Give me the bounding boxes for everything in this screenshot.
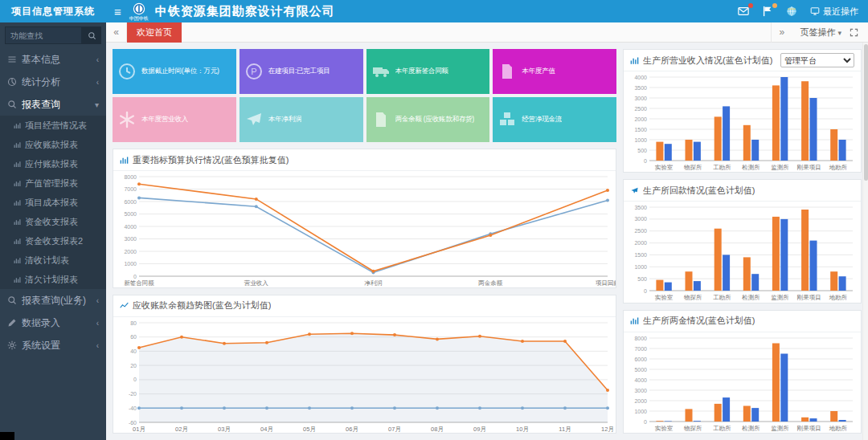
svg-text:4000: 4000 — [634, 377, 647, 382]
svg-text:检测所: 检测所 — [741, 294, 760, 301]
sidebar-subitem-1[interactable]: 应收账款报表 — [0, 135, 106, 154]
sidebar-subitem-8[interactable]: 清欠计划报表 — [0, 270, 106, 289]
svg-text:工勘所: 工勘所 — [713, 164, 731, 171]
sidebar-section-2[interactable]: 报表查询▾ — [0, 93, 106, 116]
tab-operations-dropdown[interactable]: 页签操作 ▾ — [800, 26, 841, 39]
scrollbar-thumb[interactable] — [864, 44, 868, 181]
sidebar: 项目信息管理系统 基本信息‹统计分析‹报表查询▾项目经营情况表应收账款报表应付账… — [0, 0, 106, 440]
stats-icon — [7, 77, 17, 87]
chevron-left-icon: ‹ — [96, 55, 99, 64]
bar-chart-icon — [630, 56, 639, 65]
recent-operations-button[interactable]: 最近操作 — [810, 6, 858, 18]
sidebar-section-3[interactable]: 报表查询(业务)‹ — [0, 289, 106, 312]
svg-text:两金余额: 两金余额 — [477, 279, 503, 287]
svg-text:物探所: 物探所 — [684, 294, 702, 301]
svg-text:1000: 1000 — [634, 408, 647, 414]
fullscreen-icon[interactable] — [850, 28, 858, 37]
stat-card-1[interactable]: P在建项目:已完工项目 — [240, 49, 363, 94]
dashboard-left-column: 数据截止时间(单位：万元)P在建项目:已完工项目本年度新签合同额本年度产值本年度… — [113, 49, 616, 434]
sidebar-subitem-7[interactable]: 清收计划表 — [0, 251, 106, 270]
sidebar-section-label: 统计分析 — [22, 75, 60, 89]
sidebar-subitem-label: 产值管理报表 — [25, 177, 78, 189]
svg-text:检测所: 检测所 — [741, 164, 760, 171]
sidebar-section-4[interactable]: 数据录入‹ — [0, 312, 106, 334]
mail-icon[interactable] — [738, 6, 749, 17]
svg-text:0: 0 — [644, 158, 647, 164]
stat-card-2[interactable]: 本年度新签合同额 — [366, 49, 490, 94]
bar-chart-icon — [630, 316, 639, 325]
svg-text:40: 40 — [130, 348, 137, 353]
stat-card-3[interactable]: 本年度产值 — [493, 49, 616, 94]
sidebar-subitem-label: 应收账款报表 — [25, 139, 78, 151]
stat-card-7[interactable]: 经营净现金流 — [493, 97, 616, 142]
sidebar-bottom-corner — [0, 432, 14, 440]
sidebar-subitem-4[interactable]: 项目成本报表 — [0, 193, 106, 212]
chevron-left-icon: ‹ — [96, 296, 99, 305]
svg-text:6000: 6000 — [124, 199, 137, 205]
production-collection-chart: 0500100015002000250030003500实验室物探所工勘所检测所… — [624, 202, 861, 302]
tab-operations-label: 页签操作 — [800, 27, 835, 37]
logo: 中国中铁 — [129, 2, 149, 21]
tabs-scroll-left-icon[interactable]: « — [106, 22, 127, 43]
gear-icon — [7, 340, 17, 350]
production-revenue-chart: 05001000150020002500300035004000实验室物探所工勘… — [624, 71, 861, 172]
search-button[interactable] — [82, 26, 101, 44]
panel-title: 生产所两金情况(蓝色计划值) — [643, 315, 755, 327]
svg-text:营业收入: 营业收入 — [244, 279, 269, 287]
svg-text:1000: 1000 — [634, 264, 647, 270]
panel-receivable-trend: 应收账款余额趋势图(蓝色为计划值) -60-40-2002040608001月0… — [113, 295, 616, 434]
svg-text:2000: 2000 — [124, 249, 137, 255]
app-title: 项目信息管理系统 — [0, 0, 106, 22]
sidebar-subitem-6[interactable]: 资金收支报表2 — [0, 231, 106, 251]
tab-welcome[interactable]: 欢迎首页 — [127, 22, 182, 43]
receivable-trend-chart: -60-40-2002040608001月02月03月04月05月06月07月0… — [113, 317, 616, 434]
stat-card-0[interactable]: 数据截止时间(单位：万元) — [113, 49, 236, 94]
sidebar-subitem-label: 资金收支报表 — [25, 216, 78, 228]
stat-card-5[interactable]: 本年净利润 — [240, 97, 363, 142]
stat-card-4[interactable]: 本年度营业收入 — [113, 97, 236, 142]
svg-text:60: 60 — [130, 334, 137, 340]
svg-text:工勘所: 工勘所 — [713, 425, 731, 432]
svg-text:05月: 05月 — [303, 426, 316, 433]
panel-budget-execution: 重要指标预算执行情况(蓝色预算批复值) 01000200030004000500… — [113, 149, 616, 288]
sidebar-subitem-label: 清欠计划报表 — [25, 274, 78, 286]
bar-chart-icon — [14, 161, 21, 168]
globe-icon[interactable] — [786, 6, 797, 17]
sidebar-subitem-3[interactable]: 产值管理报表 — [0, 173, 106, 193]
search-icon — [88, 31, 96, 40]
stat-card-6[interactable]: 两金余额 (应收账款和存货) — [366, 97, 490, 142]
svg-text:-40: -40 — [129, 405, 137, 410]
platform-select[interactable]: 管理平台 — [780, 53, 854, 67]
document-icon — [371, 110, 391, 129]
stat-card-title: 本年度营业收入 — [141, 115, 188, 124]
content-scrollbar[interactable] — [862, 43, 868, 440]
panel-production-collection: 生产所回款情况(蓝色计划值) 0500100015002000250030003… — [623, 179, 862, 303]
svg-text:500: 500 — [637, 276, 647, 282]
svg-text:04月: 04月 — [260, 426, 273, 433]
sidebar-subitem-label: 资金收支报表2 — [25, 235, 83, 247]
flag-icon[interactable] — [762, 6, 773, 17]
sidebar-section-5[interactable]: 系统设置‹ — [0, 334, 106, 356]
svg-text:新签合同额: 新签合同额 — [124, 279, 154, 287]
sidebar-subitem-5[interactable]: 资金收支报表 — [0, 212, 106, 231]
sidebar-subitem-0[interactable]: 项目经营情况表 — [0, 116, 106, 135]
menu-toggle-icon[interactable]: ≡ — [106, 5, 129, 18]
svg-text:10月: 10月 — [516, 426, 529, 433]
bar-chart-icon — [14, 122, 21, 129]
svg-text:02月: 02月 — [175, 426, 188, 433]
sidebar-section-0[interactable]: 基本信息‹ — [0, 48, 106, 71]
paper-plane-icon — [630, 186, 639, 195]
sidebar-section-label: 报表查询(业务) — [22, 294, 86, 308]
panel-title: 重要指标预算执行情况(蓝色预算批复值) — [133, 154, 289, 166]
search-icon — [7, 295, 17, 305]
sidebar-subitem-2[interactable]: 应付账款报表 — [0, 154, 106, 173]
svg-text:地勘所: 地勘所 — [829, 294, 848, 301]
svg-text:实验室: 实验室 — [655, 164, 674, 171]
panel-title: 生产所回款情况(蓝色计划值) — [643, 185, 755, 197]
production-liangjin-chart: 010002000300040005000600070008000实验室物探所工… — [624, 332, 861, 433]
svg-text:500: 500 — [637, 148, 647, 153]
tabs-scroll-right-icon[interactable]: » — [771, 22, 792, 43]
search-input[interactable] — [5, 26, 82, 44]
sidebar-section-1[interactable]: 统计分析‹ — [0, 71, 106, 93]
svg-text:3500: 3500 — [634, 205, 647, 210]
